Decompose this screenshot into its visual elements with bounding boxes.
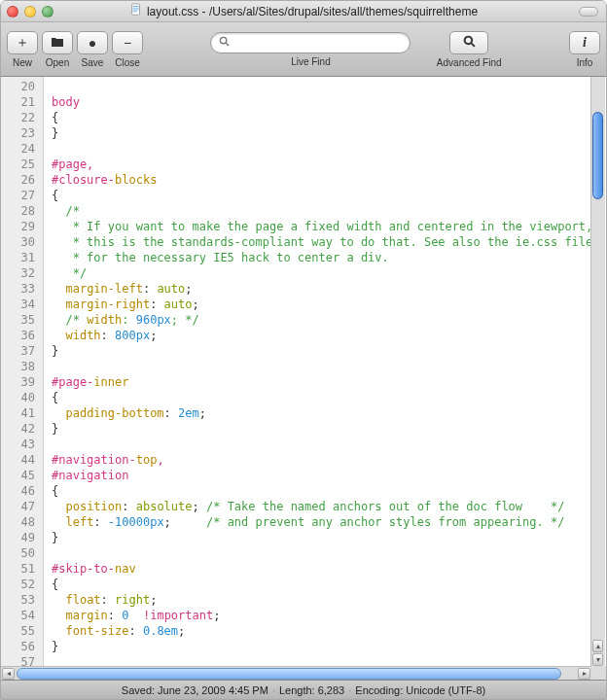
toolbar-toggle-button[interactable] <box>579 7 598 17</box>
code-line[interactable] <box>52 359 606 374</box>
code-line[interactable]: #navigation-top, <box>52 452 606 468</box>
save-group: ● Save <box>77 31 108 68</box>
code-line[interactable]: * for the necessary IE5 hack to center a… <box>52 250 606 265</box>
code-line[interactable]: width: 800px; <box>52 328 606 343</box>
svg-point-3 <box>464 36 472 44</box>
code-line[interactable]: position: absolute; /* Take the named an… <box>52 499 606 514</box>
line-number: 29 <box>1 219 43 234</box>
live-find-group: Live Find <box>210 32 411 67</box>
window-title-text: layout.css - /Users/al/Sites/drupal/site… <box>147 5 478 18</box>
folder-icon <box>51 35 64 51</box>
editor-window: layout.css - /Users/al/Sites/drupal/site… <box>0 0 607 700</box>
line-number: 30 <box>1 234 43 250</box>
code-line[interactable]: margin-right: auto; <box>52 297 606 312</box>
code-line[interactable]: } <box>52 343 606 359</box>
minus-icon: − <box>124 35 131 51</box>
code-line[interactable] <box>52 79 606 94</box>
code-line[interactable] <box>52 437 606 452</box>
code-line[interactable]: /* <box>52 203 606 219</box>
code-line[interactable]: margin: 0 !important; <box>52 608 606 623</box>
code-line[interactable]: * this is the standards-compliant way to… <box>52 234 606 250</box>
code-line[interactable]: #navigation <box>52 468 606 483</box>
new-button[interactable]: ＋ <box>7 31 38 54</box>
code-line[interactable]: margin-left: auto; <box>52 281 606 297</box>
code-line[interactable] <box>52 141 606 157</box>
vertical-scrollbar-thumb[interactable] <box>592 112 603 199</box>
line-number: 32 <box>1 265 43 281</box>
live-find-input[interactable] <box>235 37 402 49</box>
code-line[interactable]: #page-inner <box>52 374 606 390</box>
code-line[interactable]: } <box>52 639 606 654</box>
code-line[interactable]: } <box>52 421 606 437</box>
line-number: 46 <box>1 483 43 499</box>
vertical-scrollbar-track[interactable]: ▴ ▾ <box>590 77 605 666</box>
live-find-field[interactable] <box>210 32 411 53</box>
line-number: 24 <box>1 141 43 157</box>
scroll-down-button[interactable]: ▾ <box>592 653 603 666</box>
line-number: 35 <box>1 312 43 328</box>
code-line[interactable]: { <box>52 110 606 125</box>
code-line[interactable]: * If you want to make the page a fixed w… <box>52 219 606 234</box>
advanced-find-button[interactable] <box>449 31 488 54</box>
code-line[interactable]: { <box>52 188 606 203</box>
open-group: Open <box>42 31 73 68</box>
new-group: ＋ New <box>7 31 38 68</box>
scroll-up-button[interactable]: ▴ <box>592 640 603 652</box>
code-line[interactable]: left: -10000px; /* and prevent any ancho… <box>52 514 606 530</box>
info-button[interactable]: i <box>569 31 600 54</box>
line-number: 51 <box>1 561 43 577</box>
svg-point-1 <box>221 37 227 43</box>
code-line[interactable]: body <box>52 94 606 110</box>
code-line[interactable]: float: right; <box>52 592 606 608</box>
code-line[interactable]: #closure-blocks <box>52 172 606 188</box>
code-line[interactable]: font-size: 0.8em; <box>52 623 606 639</box>
line-number: 44 <box>1 452 43 468</box>
code-line[interactable] <box>52 654 606 666</box>
close-group: − Close <box>112 31 143 68</box>
scroll-left-button[interactable]: ◂ <box>2 668 15 680</box>
line-number: 28 <box>1 203 43 219</box>
code-line[interactable]: } <box>52 125 606 141</box>
code-line[interactable]: #skip-to-nav <box>52 561 606 577</box>
line-number: 43 <box>1 437 43 452</box>
status-separator: · <box>272 684 275 696</box>
close-window-button[interactable] <box>7 6 18 18</box>
scroll-right-button[interactable]: ▸ <box>578 668 590 680</box>
line-number: 31 <box>1 250 43 265</box>
search-icon <box>463 35 476 51</box>
line-number: 20 <box>1 79 43 94</box>
line-number: 54 <box>1 608 43 623</box>
toolbar: ＋ New Open ● Save − Close <box>1 22 606 77</box>
status-separator: · <box>348 684 351 696</box>
line-number: 42 <box>1 421 43 437</box>
code-line[interactable] <box>52 545 606 561</box>
code-line[interactable]: { <box>52 483 606 499</box>
code-line[interactable]: { <box>52 390 606 405</box>
plus-icon: ＋ <box>16 34 29 52</box>
code-line[interactable]: } <box>52 530 606 545</box>
code-editor[interactable]: body{}#page,#closure-blocks{ /* * If you… <box>44 77 606 666</box>
open-button[interactable] <box>42 31 73 54</box>
horizontal-scrollbar-thumb[interactable] <box>17 668 561 680</box>
new-label: New <box>13 57 32 68</box>
code-line[interactable]: { <box>52 577 606 592</box>
titlebar: layout.css - /Users/al/Sites/drupal/site… <box>1 1 606 22</box>
line-number: 22 <box>1 110 43 125</box>
line-number: 55 <box>1 623 43 639</box>
horizontal-scrollbar-track[interactable]: ◂ ▸ <box>1 666 591 680</box>
code-line[interactable]: #page, <box>52 157 606 172</box>
code-line[interactable]: */ <box>52 265 606 281</box>
info-label: Info <box>577 57 593 68</box>
save-button[interactable]: ● <box>77 31 108 54</box>
code-line[interactable]: /* width: 960px; */ <box>52 312 606 328</box>
close-button[interactable]: − <box>112 31 143 54</box>
horizontal-scrollbar-row: ◂ ▸ <box>1 666 606 680</box>
minimize-window-button[interactable] <box>24 6 36 18</box>
advanced-find-label: Advanced Find <box>437 57 502 68</box>
live-find-label: Live Find <box>291 56 331 67</box>
info-group: i Info <box>569 31 600 68</box>
line-number: 53 <box>1 592 43 608</box>
code-line[interactable]: padding-bottom: 2em; <box>52 405 606 421</box>
zoom-window-button[interactable] <box>42 6 54 18</box>
traffic-lights <box>7 6 54 18</box>
